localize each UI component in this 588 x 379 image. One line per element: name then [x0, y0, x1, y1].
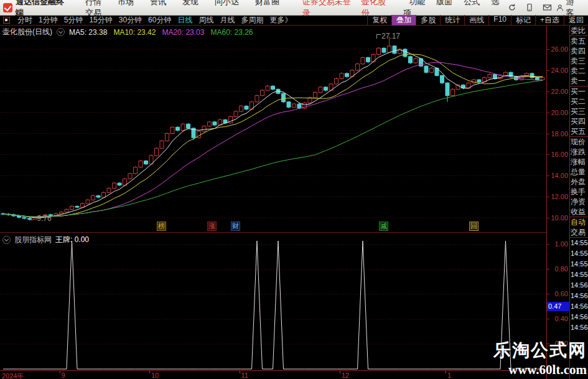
event-marker-2[interactable]: 财	[231, 222, 240, 231]
tick-time-8: 14:56	[570, 322, 588, 333]
tdx-terminal-window: 通达信金融终端 行情市场资讯发现问小达财富圈交易 证券交易未登录 壶化股份 功能…	[0, 0, 588, 379]
signal-line-chart[interactable]	[0, 233, 546, 371]
price-axis[interactable]: 0.47 26.0024.0022.0020.0018.0016.0014.00…	[546, 26, 570, 379]
tick-time-5: 14:56	[570, 291, 588, 301]
period-tab-2[interactable]: 5分钟	[61, 15, 86, 26]
period-tab-1[interactable]: 1分钟	[35, 15, 61, 26]
indicator-tick-label: 1.00	[555, 240, 568, 248]
menu-item-5[interactable]: 财富圈	[247, 0, 287, 6]
menu-item2-2[interactable]: 公式	[458, 0, 485, 6]
tool-button-4[interactable]: 画线	[464, 15, 488, 26]
tool-button-1[interactable]: 叠加	[391, 15, 416, 26]
time-axis[interactable]: 2024年 91011121	[0, 370, 570, 379]
indicator-panel[interactable]: 股朋指标网 王牌: 0.00	[0, 232, 546, 370]
indicator-tick-label: 0.40	[555, 315, 568, 322]
month-tick-label: 9	[62, 372, 65, 379]
indicator-tick-mark	[547, 244, 549, 245]
period-tab-9[interactable]: 多周期	[238, 15, 266, 26]
tool-button-3[interactable]: 统计	[440, 15, 464, 26]
period-tab-7[interactable]: 周线	[195, 15, 217, 26]
quote-row-买四: 买四	[570, 116, 588, 126]
menu-item-0[interactable]: 行情	[77, 0, 110, 6]
event-marker-4[interactable]: 回	[469, 222, 478, 231]
period-tab-10[interactable]: 更多》	[266, 15, 295, 26]
price-tick-label: 18.00	[551, 130, 568, 138]
period-tab-5[interactable]: 60分钟	[145, 15, 174, 26]
indicator-tick-label: 0.60	[555, 290, 568, 297]
price-tick-label: 12.00	[551, 193, 568, 200]
period-tab-0[interactable]: 分时	[14, 15, 35, 26]
watermark-site-name: 乐淘公式网	[493, 339, 587, 362]
tick-time-6: 14:56	[570, 301, 588, 312]
quote-row-委比: 委比	[570, 26, 588, 36]
quote-row-买三: 买三	[570, 106, 588, 116]
menu-item-4[interactable]: 问小达	[207, 0, 247, 6]
price-tick-label: 24.00	[551, 67, 568, 74]
tool-button-7[interactable]: +自选	[535, 15, 564, 26]
quote-row-买五: 买五	[570, 126, 588, 137]
menu-item2-0[interactable]: 功能	[403, 0, 431, 6]
watermark-url: www.60lt.com	[493, 362, 587, 378]
indicator-tick-mark	[547, 294, 549, 294]
quote-row-换手: 换手	[570, 187, 588, 197]
menu-item2-1[interactable]: 版面	[431, 0, 458, 6]
period-tab-4[interactable]: 30分钟	[116, 15, 145, 26]
mail-icon[interactable]	[543, 3, 552, 12]
main-chart[interactable]: 壶化股份(日线) MA5: 23.38MA10: 23.42MA20: 23.0…	[0, 26, 546, 232]
high-hook-mark	[376, 34, 381, 39]
quote-row-卖四: 卖四	[570, 46, 588, 56]
stock-title: 壶化股份(日线)	[2, 27, 52, 37]
ma-legend: MA5: 23.38MA10: 23.42MA20: 23.03MA60: 23…	[69, 28, 253, 37]
price-tick-mark	[547, 49, 549, 50]
chevron-down-icon[interactable]	[2, 236, 11, 244]
quote-row-买一: 买一	[570, 87, 588, 96]
price-tick-mark	[547, 91, 549, 92]
price-tick-mark	[547, 113, 549, 113]
month-tick-label: 1	[447, 372, 451, 379]
tool-button-8[interactable]: 返回	[564, 15, 588, 26]
period-tab-3[interactable]: 15分钟	[86, 15, 115, 26]
menu-item-2[interactable]: 资讯	[142, 0, 174, 6]
month-tick-label: 12	[342, 372, 349, 379]
tick-time-7: 14:56	[570, 312, 588, 322]
tool-button-5[interactable]: F10	[488, 15, 511, 26]
indicator-tick-mark	[547, 269, 549, 269]
month-tick-mark	[240, 371, 240, 373]
price-tick-label: 14.00	[551, 172, 568, 179]
quote-row-涨跌: 涨跌	[570, 147, 588, 157]
event-marker-3[interactable]: 减	[379, 222, 388, 231]
period-tab-6[interactable]: 日线	[174, 15, 195, 26]
price-tick-label: 22.00	[551, 88, 568, 95]
menu-item-1[interactable]: 市场	[110, 0, 142, 6]
tool-button-2[interactable]: 多股	[416, 15, 440, 26]
high-price-annotation: 27.17	[376, 32, 400, 40]
indicator-tick-label: 0.80	[555, 265, 568, 273]
month-tick-mark	[446, 371, 446, 373]
month-tick-label: 11	[241, 372, 248, 379]
main-chart-title-row: 壶化股份(日线) MA5: 23.38MA10: 23.42MA20: 23.0…	[2, 27, 253, 37]
price-tick-mark	[547, 218, 549, 218]
price-tick-mark	[547, 197, 549, 197]
mobile-icon[interactable]	[525, 3, 534, 12]
period-toolbar: 分时1分钟5分钟15分钟30分钟60分钟日线周线月线多周期更多》 复权叠加多股统…	[0, 16, 588, 26]
candlestick-chart[interactable]	[0, 26, 546, 232]
chart-tool-buttons: 复权叠加多股统计画线F10标记+自选返回	[367, 15, 588, 26]
tick-time-0: 14:55	[570, 238, 588, 248]
ma-label-ma20: MA20: 23.03	[162, 28, 204, 37]
event-marker-1[interactable]: 涨	[207, 222, 217, 231]
event-marker-0[interactable]: 榜	[157, 222, 166, 231]
tool-button-0[interactable]: 复权	[367, 15, 391, 26]
menu-item-3[interactable]: 发现	[174, 0, 207, 6]
quote-row-自动: 自动	[570, 217, 588, 227]
price-tick-mark	[547, 175, 549, 176]
tick-time-4: 14:56	[570, 280, 588, 291]
price-tick-label: 16.00	[551, 151, 568, 158]
period-tab-8[interactable]: 月线	[217, 15, 238, 26]
refresh-icon[interactable]	[508, 3, 516, 12]
ma-label-ma10: MA10: 23.42	[113, 28, 156, 37]
chart-mode-icon[interactable]	[3, 17, 10, 24]
quote-row-卖三: 卖三	[570, 56, 588, 66]
chevron-down-icon[interactable]	[57, 28, 65, 36]
quote-panel[interactable]: 委比卖五卖四卖三卖二卖一买一买二买三买四买五现价涨跌涨幅总量外盘换手净资收益自动…	[570, 26, 588, 379]
tool-button-6[interactable]: 标记	[511, 15, 535, 26]
